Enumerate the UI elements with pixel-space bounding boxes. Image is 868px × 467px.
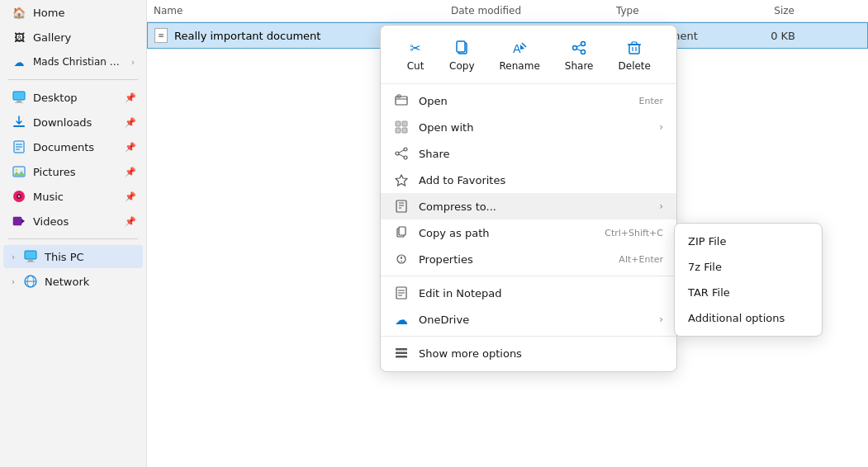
cm-cut-button[interactable]: ✂ Cut <box>398 35 433 75</box>
svg-point-27 <box>573 46 577 50</box>
cm-share-item-label: Share <box>419 148 663 160</box>
cm-cut-label: Cut <box>407 60 425 72</box>
sidebar-item-music[interactable]: Music 📌 <box>3 185 143 208</box>
sidebar-item-desktop-label: Desktop <box>33 92 78 104</box>
svg-rect-62 <box>396 356 407 358</box>
copy-icon <box>453 39 471 57</box>
svg-point-41 <box>404 148 407 151</box>
cm-rename-label: Rename <box>500 60 540 72</box>
cm-favorites-label: Add to Favorites <box>419 174 663 186</box>
col-header-type: Type <box>609 3 742 18</box>
svg-rect-47 <box>396 200 406 212</box>
sidebar-item-gallery-label: Gallery <box>33 31 71 44</box>
svg-rect-40 <box>402 128 407 133</box>
sidebar-item-desktop[interactable]: Desktop 📌 <box>3 86 143 109</box>
cm-item-add-favorites[interactable]: Add to Favorites <box>381 167 676 193</box>
svg-rect-22 <box>457 41 465 52</box>
network-icon <box>23 274 38 289</box>
sidebar-item-videos-label: Videos <box>33 215 69 228</box>
chevron-this-pc: › <box>12 252 15 262</box>
svg-point-25 <box>581 42 586 46</box>
svg-rect-35 <box>396 97 407 105</box>
downloads-icon <box>12 115 26 130</box>
cm-share-icon <box>394 146 409 161</box>
svg-rect-61 <box>396 352 407 355</box>
svg-line-24 <box>522 43 526 47</box>
submenu-additional-label: Additional options <box>688 312 785 324</box>
pin-icon-music: 📌 <box>125 191 136 202</box>
cm-item-share[interactable]: Share <box>381 140 676 167</box>
svg-rect-17 <box>26 262 35 262</box>
cm-copy-button[interactable]: Copy <box>441 35 482 75</box>
pin-icon-downloads: 📌 <box>125 117 136 128</box>
cm-onedrive-arrow: › <box>659 314 663 325</box>
svg-text:A: A <box>513 42 521 55</box>
cm-copy-path-shortcut: Ctrl+Shift+C <box>605 228 663 238</box>
svg-rect-52 <box>399 227 406 235</box>
compress-icon <box>394 199 409 214</box>
sidebar-item-videos[interactable]: Videos 📌 <box>3 210 143 233</box>
cm-separator-1 <box>381 276 676 276</box>
sidebar-item-home-label: Home <box>33 7 64 19</box>
sidebar-item-downloads[interactable]: Downloads 📌 <box>3 111 143 134</box>
cm-item-copy-path[interactable]: Copy as path Ctrl+Shift+C <box>381 219 676 246</box>
open-with-icon <box>394 120 409 134</box>
sidebar-item-this-pc[interactable]: › This PC <box>3 245 143 268</box>
sidebar-item-network[interactable]: › Network <box>3 270 143 293</box>
cm-open-with-label: Open with <box>419 121 649 134</box>
home-icon: 🏠 <box>12 5 26 20</box>
copy-path-icon <box>394 225 409 240</box>
divider-1 <box>8 79 138 80</box>
divider-2 <box>8 238 138 239</box>
sidebar-item-cloud-label: Mads Christian Moz <box>33 56 123 68</box>
sidebar-item-gallery[interactable]: 🖼 Gallery <box>3 26 143 49</box>
cm-item-open-with[interactable]: Open with › <box>381 114 676 140</box>
main-content: Name Date modified Type Size Really impo… <box>147 0 868 467</box>
sidebar-item-this-pc-label: This PC <box>45 251 84 263</box>
cm-item-compress[interactable]: Compress to... › <box>381 193 676 219</box>
cm-item-onedrive[interactable]: ☁ OneDrive › <box>381 306 676 333</box>
submenu-zip-label: ZIP File <box>688 235 726 248</box>
svg-rect-38 <box>402 121 407 126</box>
svg-point-12 <box>18 196 20 197</box>
rename-icon: A <box>510 39 529 57</box>
submenu-item-7z[interactable]: 7z File <box>675 254 822 280</box>
svg-point-43 <box>396 152 399 155</box>
cm-item-show-more[interactable]: Show more options <box>381 340 676 366</box>
cm-item-properties[interactable]: Properties Alt+Enter <box>381 246 676 272</box>
svg-line-44 <box>399 150 404 153</box>
delete-icon <box>625 39 643 57</box>
gallery-icon: 🖼 <box>12 30 26 45</box>
svg-rect-16 <box>28 260 33 262</box>
svg-rect-3 <box>13 125 25 127</box>
cm-item-notepad[interactable]: Edit in Notepad <box>381 280 676 306</box>
pin-icon-desktop: 📌 <box>125 92 136 103</box>
music-icon <box>12 189 26 204</box>
submenu-item-additional[interactable]: Additional options <box>675 305 822 331</box>
file-name-text: Really important document <box>174 30 320 42</box>
svg-rect-39 <box>396 128 401 133</box>
cm-delete-button[interactable]: Delete <box>610 35 659 75</box>
cm-item-open[interactable]: Open Enter <box>381 87 676 114</box>
share-icon <box>570 39 588 57</box>
submenu-item-zip[interactable]: ZIP File <box>675 229 822 254</box>
pin-icon-documents: 📌 <box>125 142 136 153</box>
col-header-date: Date modified <box>444 3 609 18</box>
sidebar-item-cloud[interactable]: ☁ Mads Christian Moz › <box>3 50 143 73</box>
cm-toolbar: ✂ Cut Copy A Rename Share <box>381 31 676 84</box>
pin-icon-videos: 📌 <box>125 216 136 227</box>
submenu-item-tar[interactable]: TAR File <box>675 280 822 305</box>
cm-rename-button[interactable]: A Rename <box>491 35 548 75</box>
sidebar-item-home[interactable]: 🏠 Home <box>3 1 143 24</box>
sidebar-item-documents[interactable]: Documents 📌 <box>3 135 143 158</box>
svg-rect-15 <box>25 251 36 259</box>
svg-marker-46 <box>396 175 407 186</box>
context-menu: ✂ Cut Copy A Rename Share <box>380 25 677 372</box>
expand-icon-cloud: › <box>131 58 135 67</box>
cm-share-button[interactable]: Share <box>557 35 602 75</box>
cm-notepad-label: Edit in Notepad <box>419 287 663 300</box>
sidebar-item-pictures-label: Pictures <box>33 166 75 178</box>
videos-icon <box>12 214 26 229</box>
sidebar: 🏠 Home 🖼 Gallery ☁ Mads Christian Moz › … <box>0 0 147 467</box>
sidebar-item-pictures[interactable]: Pictures 📌 <box>3 160 143 183</box>
